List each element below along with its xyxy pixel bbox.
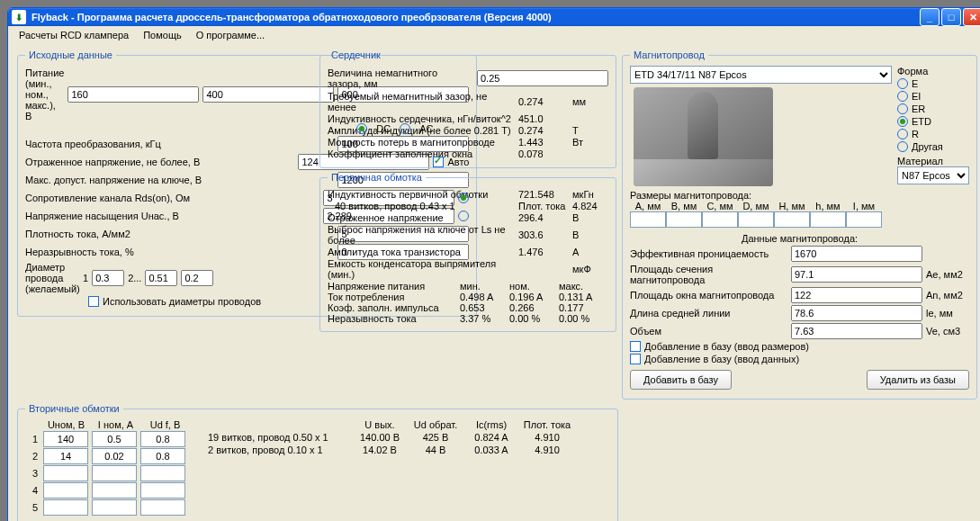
menu-about[interactable]: О программе... (191, 28, 270, 42)
ve-input (791, 323, 922, 339)
primary-legend: Первичная обмотка (328, 172, 426, 183)
secondary-legend: Вторичные обмотки (25, 403, 123, 414)
rds-label: Сопротивление канала Rds(on), Ом (25, 193, 319, 203)
window-title: Flyback - Программа расчета дроссель-тра… (31, 12, 552, 22)
maximize-button[interactable]: □ (941, 8, 961, 26)
shape-ei-radio[interactable] (897, 91, 908, 102)
add-to-base-button[interactable]: Добавить в базу (630, 370, 732, 390)
material-label: Материал (897, 156, 969, 166)
shape-e-radio[interactable] (897, 78, 908, 89)
shape-other-radio[interactable] (897, 141, 908, 152)
an-input (791, 287, 922, 303)
usewire-checkbox[interactable] (88, 296, 99, 307)
minimize-button[interactable]: _ (920, 8, 940, 26)
dim-i-input[interactable] (846, 211, 882, 228)
magnet-group: Магнитопровод ETD 34/17/11 N87 Epcos Фор… (622, 49, 977, 400)
sec-headers: Uном, ВI ном, АUd f, B (25, 419, 190, 430)
sec-ud-input[interactable] (140, 431, 185, 447)
core-image (634, 87, 773, 186)
dim-a-input[interactable] (630, 211, 666, 228)
le-input (791, 305, 922, 321)
core-select[interactable]: ETD 34/17/11 N87 Epcos (630, 66, 892, 84)
core-legend: Сердечник (328, 49, 384, 60)
dim-d-input[interactable] (738, 211, 774, 228)
menubar: Расчеты RCD клампера Помощь О программе.… (8, 26, 980, 44)
gap-input[interactable] (477, 70, 608, 86)
shape-label: Форма (897, 66, 969, 76)
dims-label: Размеры магнитопровода: (630, 190, 969, 201)
ae-input (791, 266, 922, 283)
jden-label: Плотность тока, А/мм2 (25, 229, 334, 239)
titlebar: ⬇ Flyback - Программа расчета дроссель-т… (8, 8, 980, 26)
sec-u-input[interactable] (43, 499, 88, 516)
idisc-label: Неразрывность тока, % (25, 247, 334, 257)
supply-nom-input[interactable] (202, 86, 334, 103)
secondary-group: Вторичные обмотки Uном, ВI ном, АUd f, B… (17, 403, 618, 521)
core-group: Сердечник Величина немагнитного зазора, … (319, 49, 616, 168)
dim-headers: A, ммB, ммC, ммD, ммH, ммh, ммI, мм (630, 201, 969, 211)
sec-row: 4 (25, 482, 190, 499)
sec-ud-input[interactable] (140, 499, 185, 516)
supply-label: Питание (мин., ном., макс.), В (25, 67, 64, 121)
delete-from-base-button[interactable]: Удалить из базы (867, 370, 969, 390)
adddat-checkbox[interactable] (630, 354, 641, 364)
magnet-legend: Магнитопровод (630, 49, 708, 60)
shape-r-radio[interactable] (897, 129, 908, 139)
material-select[interactable]: N87 Epcos (897, 166, 969, 184)
sec-i-input[interactable] (92, 431, 137, 447)
diam3-input[interactable] (181, 270, 213, 286)
diam2-input[interactable] (145, 270, 177, 286)
gap-label: Величина немагнитного зазора, мм (328, 67, 473, 89)
vsw-label: Макс. допуст. напряжение на ключе, В (25, 175, 334, 185)
menu-help[interactable]: Помощь (138, 28, 187, 42)
app-icon: ⬇ (12, 10, 26, 24)
sec-u-input[interactable] (43, 482, 88, 499)
secout-row: 2 витков, провод 0.10 x 114.02 B44 B0.03… (208, 445, 575, 455)
sec-row: 2 (25, 448, 190, 464)
shape-etd-radio[interactable] (897, 116, 908, 127)
sec-u-input[interactable] (43, 448, 88, 464)
shape-er-radio[interactable] (897, 103, 908, 114)
sec-ud-input[interactable] (140, 482, 185, 499)
source-legend: Исходные данные (25, 49, 116, 60)
usat-label: Напряжение насыщения Uнас., В (25, 211, 319, 221)
secout-headers: U вых.Ud обрат.Ic(rms)Плот. тока (208, 419, 575, 430)
sec-ud-input[interactable] (140, 448, 185, 464)
app-window: ⬇ Flyback - Программа расчета дроссель-т… (7, 7, 980, 521)
sec-u-input[interactable] (43, 431, 88, 447)
sec-i-input[interactable] (92, 465, 137, 481)
sec-i-input[interactable] (92, 482, 137, 499)
supply-min-input[interactable] (67, 86, 199, 103)
menu-rcd[interactable]: Расчеты RCD клампера (13, 28, 134, 42)
dim-H-input[interactable] (774, 211, 810, 228)
mpdata-label: Данные магнитопровода: (630, 233, 969, 244)
sec-i-input[interactable] (92, 499, 137, 516)
sec-row: 3 (25, 465, 190, 481)
auto-checkbox[interactable] (433, 157, 444, 167)
sec-ud-input[interactable] (140, 465, 185, 481)
adddim-checkbox[interactable] (630, 341, 641, 352)
freq-label: Частота преобразования, кГц (25, 139, 334, 149)
dim-h-input[interactable] (810, 211, 846, 228)
mu-input (791, 246, 922, 262)
close-button[interactable]: ✕ (963, 8, 980, 26)
diam1-input[interactable] (92, 270, 124, 286)
vref-label: Отраженное напряжение, не более, В (25, 157, 294, 167)
sec-row: 5 (25, 499, 190, 516)
secout-row: 19 витков, провод 0.50 x 1140.00 B425 B0… (208, 432, 575, 443)
sec-u-input[interactable] (43, 465, 88, 481)
sec-row: 1 (25, 431, 190, 447)
dim-b-input[interactable] (666, 211, 702, 228)
sec-i-input[interactable] (92, 448, 137, 464)
dim-c-input[interactable] (702, 211, 738, 228)
